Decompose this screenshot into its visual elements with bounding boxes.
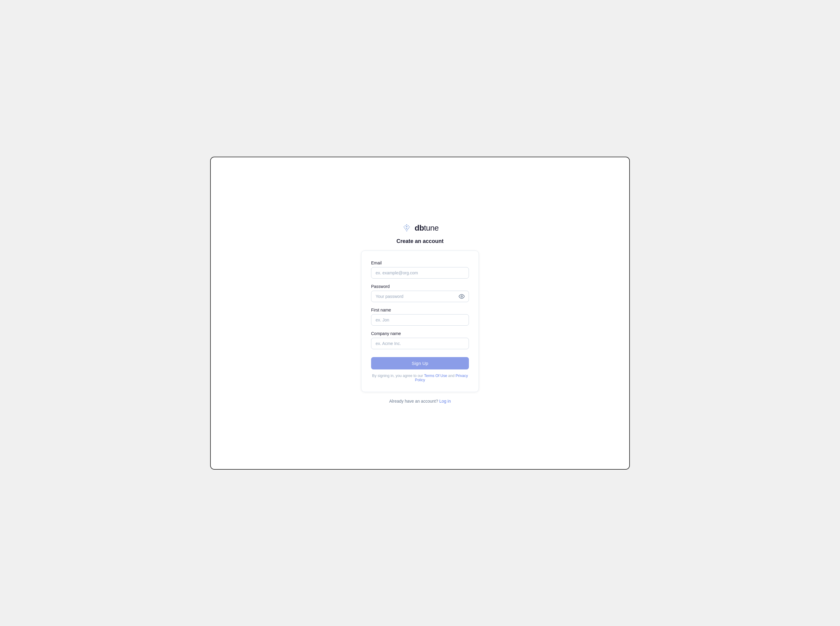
- email-input[interactable]: [371, 267, 469, 279]
- svg-point-4: [406, 226, 407, 227]
- logo-text: dbtune: [415, 223, 439, 233]
- password-label: Password: [371, 284, 469, 289]
- page-title: Create an account: [396, 238, 444, 244]
- signup-card: Email Password: [361, 250, 479, 392]
- svg-point-8: [408, 228, 409, 229]
- svg-point-12: [461, 296, 462, 297]
- email-label: Email: [371, 260, 469, 265]
- first-name-input-wrapper: [371, 314, 469, 326]
- svg-point-11: [406, 231, 407, 232]
- svg-point-10: [407, 229, 408, 230]
- eye-icon: [459, 293, 465, 299]
- first-name-label: First name: [371, 308, 469, 312]
- company-name-input-wrapper: [371, 338, 469, 349]
- svg-point-0: [406, 224, 407, 225]
- company-name-group: Company name: [371, 331, 469, 349]
- svg-point-9: [406, 229, 406, 230]
- first-name-input[interactable]: [371, 314, 469, 326]
- already-account-text: Already have an account? Log in: [389, 399, 451, 404]
- svg-point-1: [405, 225, 406, 226]
- svg-point-7: [406, 228, 407, 229]
- email-group: Email: [371, 260, 469, 279]
- company-name-label: Company name: [371, 331, 469, 336]
- terms-of-use-link[interactable]: Terms Of Use: [424, 374, 447, 378]
- svg-point-6: [404, 228, 406, 229]
- password-group: Password: [371, 284, 469, 302]
- first-name-group: First name: [371, 308, 469, 326]
- password-input[interactable]: [371, 291, 469, 302]
- browser-frame: dbtune Create an account Email Password: [210, 156, 630, 470]
- logo-area: dbtune: [401, 222, 439, 233]
- toggle-password-button[interactable]: [458, 293, 465, 300]
- dbtune-logo-icon: [401, 222, 412, 233]
- password-input-wrapper: [371, 291, 469, 302]
- email-input-wrapper: [371, 267, 469, 279]
- svg-point-2: [408, 225, 409, 226]
- sign-up-button[interactable]: Sign Up: [371, 357, 469, 369]
- svg-point-5: [409, 227, 410, 228]
- terms-text: By signing in, you agree to our Terms Of…: [371, 374, 469, 382]
- terms-middle: and: [447, 374, 456, 378]
- company-name-input[interactable]: [371, 338, 469, 349]
- terms-prefix: By signing in, you agree to our: [372, 374, 424, 378]
- page-container: dbtune Create an account Email Password: [211, 222, 629, 404]
- svg-point-3: [404, 227, 404, 228]
- login-link[interactable]: Log in: [439, 399, 451, 404]
